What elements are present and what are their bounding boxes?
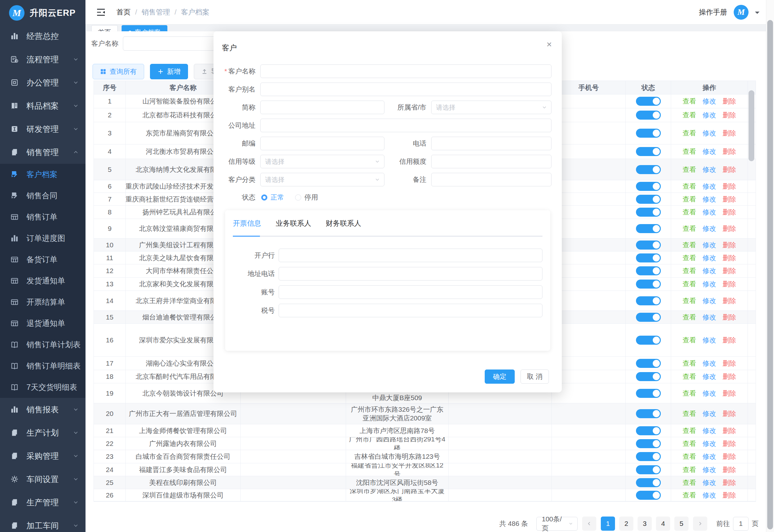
goto-page-input[interactable] <box>733 517 749 531</box>
action-delete-link[interactable]: 删除 <box>723 147 736 156</box>
tab-finance-contact[interactable]: 财务联系人 <box>326 219 361 228</box>
avatar[interactable]: M <box>734 5 749 20</box>
action-edit-link[interactable]: 修改 <box>703 491 716 499</box>
action-delete-link[interactable]: 删除 <box>723 478 736 487</box>
customer-alias-field[interactable] <box>260 83 551 96</box>
status-toggle[interactable] <box>636 97 661 106</box>
action-view-link[interactable]: 查看 <box>683 491 696 499</box>
action-delete-link[interactable]: 删除 <box>723 241 736 249</box>
sidebar-item-2[interactable]: 办公管理 <box>0 71 85 94</box>
action-edit-link[interactable]: 修改 <box>703 465 716 474</box>
action-view-link[interactable]: 查看 <box>683 165 696 174</box>
action-view-link[interactable]: 查看 <box>683 253 696 262</box>
status-toggle[interactable] <box>636 389 661 398</box>
page-scrollbar[interactable] <box>766 0 774 532</box>
confirm-button[interactable]: 确定 <box>485 369 515 384</box>
sidebar-item-9[interactable]: 车间设置 <box>0 468 85 491</box>
action-edit-link[interactable]: 修改 <box>703 241 716 249</box>
company-address-field[interactable] <box>260 119 551 132</box>
add-button[interactable]: 新增 <box>150 64 188 79</box>
status-toggle[interactable] <box>636 111 661 120</box>
status-toggle[interactable] <box>636 336 661 345</box>
status-toggle[interactable] <box>636 359 661 368</box>
action-delete-link[interactable]: 删除 <box>723 409 736 418</box>
status-toggle[interactable] <box>636 452 661 461</box>
status-toggle[interactable] <box>636 224 661 233</box>
status-toggle[interactable] <box>636 478 661 487</box>
action-delete-link[interactable]: 删除 <box>723 224 736 233</box>
status-normal-option[interactable]: 正常 <box>271 193 284 202</box>
breadcrumb-item-2[interactable]: 客户档案 <box>181 7 209 17</box>
close-icon[interactable]: × <box>545 40 553 49</box>
action-view-link[interactable]: 查看 <box>683 478 696 487</box>
status-toggle[interactable] <box>636 280 661 289</box>
sidebar-subitem-4[interactable]: 备货订单 <box>0 249 85 270</box>
action-delete-link[interactable]: 删除 <box>723 182 736 191</box>
action-edit-link[interactable]: 修改 <box>703 409 716 418</box>
action-edit-link[interactable]: 修改 <box>703 372 716 381</box>
status-disabled-option[interactable]: 停用 <box>304 193 318 202</box>
chevron-down-icon[interactable] <box>755 12 759 16</box>
status-toggle[interactable] <box>636 313 661 322</box>
phone-field[interactable] <box>431 137 551 150</box>
action-edit-link[interactable]: 修改 <box>703 336 716 344</box>
action-delete-link[interactable]: 删除 <box>723 111 736 119</box>
next-page-button[interactable] <box>693 517 707 531</box>
status-toggle[interactable] <box>636 465 661 474</box>
action-delete-link[interactable]: 删除 <box>723 372 736 381</box>
status-toggle[interactable] <box>636 439 661 448</box>
action-delete-link[interactable]: 删除 <box>723 491 736 499</box>
credit-limit-field[interactable] <box>431 155 551 168</box>
status-toggle[interactable] <box>636 241 661 250</box>
page-scrollbar-thumb[interactable] <box>767 20 773 529</box>
action-edit-link[interactable]: 修改 <box>703 147 716 156</box>
page-size-select[interactable]: 100条/页 <box>536 517 578 531</box>
action-view-link[interactable]: 查看 <box>683 129 696 137</box>
sidebar-subitem-9[interactable]: 销售订单明细表 <box>0 355 85 377</box>
status-toggle[interactable] <box>636 372 661 381</box>
action-delete-link[interactable]: 删除 <box>723 253 736 262</box>
action-view-link[interactable]: 查看 <box>683 111 696 119</box>
action-view-link[interactable]: 查看 <box>683 372 696 381</box>
sidebar-subitem-6[interactable]: 开票结算单 <box>0 291 85 313</box>
bank-field[interactable] <box>279 249 542 262</box>
action-delete-link[interactable]: 删除 <box>723 195 736 203</box>
sidebar-item-0[interactable]: 经营总控 <box>0 25 85 48</box>
action-delete-link[interactable]: 删除 <box>723 280 736 288</box>
customer-category-select[interactable]: 请选择 <box>260 173 384 186</box>
action-view-link[interactable]: 查看 <box>683 147 696 156</box>
sidebar-subitem-1[interactable]: 销售合同 <box>0 185 85 206</box>
province-select[interactable]: 请选择 <box>431 101 551 114</box>
action-delete-link[interactable]: 删除 <box>723 296 736 305</box>
action-edit-link[interactable]: 修改 <box>703 111 716 119</box>
status-toggle[interactable] <box>636 208 661 217</box>
status-toggle[interactable] <box>636 129 661 138</box>
action-delete-link[interactable]: 删除 <box>723 465 736 474</box>
page-button-3[interactable]: 3 <box>638 517 652 531</box>
action-view-link[interactable]: 查看 <box>683 280 696 288</box>
action-edit-link[interactable]: 修改 <box>703 296 716 305</box>
action-view-link[interactable]: 查看 <box>683 359 696 368</box>
status-toggle[interactable] <box>636 195 661 204</box>
action-view-link[interactable]: 查看 <box>683 336 696 344</box>
sidebar-subitem-3[interactable]: 订单进度图 <box>0 228 85 249</box>
cancel-button[interactable]: 取 消 <box>521 369 549 384</box>
action-view-link[interactable]: 查看 <box>683 241 696 249</box>
breadcrumb-item-1[interactable]: 销售管理 <box>142 7 170 17</box>
action-edit-link[interactable]: 修改 <box>703 129 716 137</box>
action-delete-link[interactable]: 删除 <box>723 97 736 105</box>
bank-address-phone-field[interactable] <box>279 267 542 281</box>
action-view-link[interactable]: 查看 <box>683 465 696 474</box>
sidebar-subitem-7[interactable]: 退货通知单 <box>0 313 85 334</box>
action-edit-link[interactable]: 修改 <box>703 182 716 191</box>
action-delete-link[interactable]: 删除 <box>723 452 736 461</box>
action-view-link[interactable]: 查看 <box>683 224 696 233</box>
sidebar-item-5[interactable]: 销售管理 <box>0 141 85 164</box>
status-toggle[interactable] <box>636 426 661 435</box>
action-edit-link[interactable]: 修改 <box>703 439 716 448</box>
action-edit-link[interactable]: 修改 <box>703 165 716 174</box>
action-edit-link[interactable]: 修改 <box>703 224 716 233</box>
action-view-link[interactable]: 查看 <box>683 195 696 203</box>
action-view-link[interactable]: 查看 <box>683 426 696 435</box>
table-scrollbar[interactable] <box>749 90 754 161</box>
